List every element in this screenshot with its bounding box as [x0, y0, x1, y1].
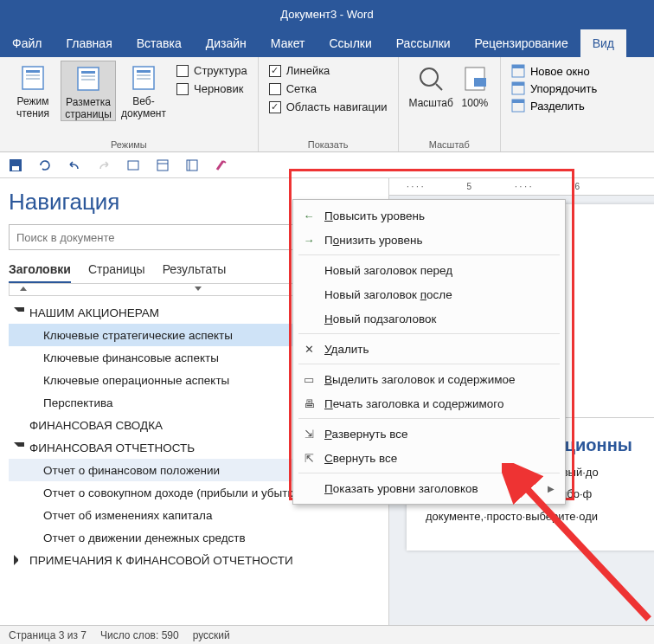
menu-item[interactable]: ▭Выделить заголовок и содержимое — [293, 367, 565, 391]
menu-item[interactable]: →Понизить уровень — [293, 228, 565, 252]
svg-rect-5 — [81, 71, 95, 74]
status-words[interactable]: Число слов: 590 — [100, 629, 179, 641]
caret-icon — [14, 442, 24, 453]
zoom-100-button[interactable]: 100% — [460, 64, 490, 109]
svg-rect-1 — [26, 70, 40, 73]
svg-rect-17 — [512, 65, 524, 68]
ribbon-group-label: Режимы — [5, 138, 253, 150]
window-button[interactable]: Новое окно — [511, 64, 597, 78]
checkbox-Область навигации[interactable]: ✓Область навигации — [269, 100, 388, 113]
tab-рецензирование[interactable]: Рецензирование — [463, 29, 580, 57]
menu-item[interactable]: Новый подзаголовок — [293, 306, 565, 331]
svg-rect-11 — [137, 78, 151, 80]
tab-вид[interactable]: Вид — [580, 29, 626, 57]
menu-item[interactable]: Новый заголовок после — [293, 282, 565, 306]
menu-item[interactable]: ✕Удалить — [293, 337, 565, 361]
svg-rect-7 — [81, 79, 95, 80]
caret-icon — [14, 307, 24, 318]
tab-главная[interactable]: Главная — [54, 29, 124, 57]
zoom-button[interactable]: Масштаб — [409, 64, 453, 109]
svg-rect-2 — [26, 74, 40, 76]
svg-rect-10 — [137, 74, 151, 76]
ribbon-group-label: Масштаб — [404, 138, 495, 150]
ribbon: РежимчтенияРазметкастраницыВеб-документ … — [0, 57, 654, 152]
ribbon-group-label: Показать — [264, 138, 393, 150]
horizontal-ruler: · · · · 5· · · · 6 — [389, 178, 654, 196]
context-menu: ←Повысить уровень→Понизить уровеньНовый … — [292, 199, 566, 505]
svg-rect-24 — [128, 161, 138, 170]
menu-item[interactable]: ←Повысить уровень — [293, 203, 565, 228]
tab-рассылки[interactable]: Рассылки — [384, 29, 463, 57]
ribbon-tabs: ФайлГлавнаяВставкаДизайнМакетСсылкиРассы… — [0, 28, 654, 57]
qat-icon[interactable] — [126, 158, 140, 172]
status-lang[interactable]: русский — [193, 629, 230, 641]
tab-ссылки[interactable]: Ссылки — [317, 29, 383, 57]
svg-rect-3 — [26, 78, 40, 80]
status-page[interactable]: Страница 3 из 7 — [9, 629, 87, 641]
tab-дизайн[interactable]: Дизайн — [194, 29, 259, 57]
tab-файл[interactable]: Файл — [0, 29, 54, 57]
nav-tab-Результаты[interactable]: Результаты — [163, 262, 227, 283]
window-button[interactable]: Разделить — [511, 99, 597, 113]
view-mode-button[interactable]: Режимчтения — [5, 61, 61, 121]
tree-item[interactable]: Отчет об изменениях капитала — [9, 504, 380, 526]
svg-rect-23 — [12, 166, 19, 171]
svg-rect-9 — [137, 70, 151, 73]
ribbon-group-zoom: Масштаб 100% Масштаб — [399, 57, 501, 151]
redo-icon[interactable] — [97, 158, 111, 172]
qat-icon[interactable] — [185, 158, 199, 172]
ribbon-group-views: РежимчтенияРазметкастраницыВеб-документ … — [0, 57, 259, 151]
svg-rect-6 — [81, 75, 95, 77]
caret-icon — [14, 555, 24, 565]
ribbon-group-window: Новое окноУпорядочитьРазделить — [501, 57, 607, 151]
doc-p: документе,·просто·выберите·оди — [426, 508, 654, 525]
save-icon[interactable] — [9, 158, 22, 172]
nav-tab-Заголовки[interactable]: Заголовки — [9, 262, 71, 283]
clear-format-icon[interactable] — [215, 158, 228, 172]
ribbon-group-show: ✓ЛинейкаСетка✓Область навигации Показать — [259, 57, 399, 151]
view-mode-button[interactable]: Веб-документ — [116, 61, 171, 121]
svg-point-12 — [420, 68, 438, 86]
status-bar: Страница 3 из 7 Число слов: 590 русский — [0, 625, 654, 644]
svg-rect-15 — [474, 78, 486, 87]
qat-icon[interactable] — [156, 158, 170, 172]
menu-item[interactable]: ⇲Развернуть все — [293, 422, 565, 446]
view-mode-button[interactable]: Разметкастраницы — [61, 61, 116, 121]
repeat-icon[interactable] — [38, 158, 52, 172]
checkbox-Структура[interactable]: Структура — [176, 64, 247, 77]
tab-вставка[interactable]: Вставка — [125, 29, 194, 57]
menu-item[interactable]: Показать уровни заголовков▶ — [293, 476, 565, 500]
tree-item[interactable]: ПРИМЕЧАНИЯ К ФИНАНСОВОЙ ОТЧЕТНОСТИ — [9, 549, 380, 571]
menu-item[interactable]: Новый заголовок перед — [293, 258, 565, 282]
svg-rect-27 — [187, 160, 197, 171]
nav-tab-Страницы[interactable]: Страницы — [88, 262, 145, 283]
checkbox-Линейка[interactable]: ✓Линейка — [269, 64, 388, 77]
window-title: Документ3 - Word — [280, 8, 373, 21]
svg-rect-19 — [512, 82, 524, 86]
window-button[interactable]: Упорядочить — [511, 81, 597, 95]
quick-access-toolbar — [0, 152, 654, 178]
svg-line-13 — [436, 84, 442, 90]
checkbox-Черновик[interactable]: Черновик — [176, 82, 247, 95]
checkbox-Сетка[interactable]: Сетка — [269, 82, 388, 95]
title-bar: Документ3 - Word — [0, 0, 654, 28]
menu-item[interactable]: 🖶Печать заголовка и содержимого — [293, 391, 565, 415]
tab-макет[interactable]: Макет — [259, 29, 317, 57]
menu-item[interactable]: ⇱Свернуть все — [293, 446, 565, 470]
svg-rect-21 — [512, 100, 524, 103]
undo-icon[interactable] — [67, 158, 81, 172]
svg-rect-25 — [157, 160, 168, 171]
tree-item[interactable]: Отчет о движении денежных средств — [9, 526, 380, 549]
